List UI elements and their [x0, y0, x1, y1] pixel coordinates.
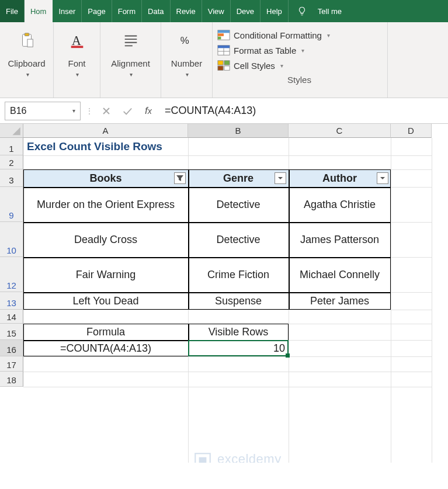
tab-file[interactable]: File [0, 0, 25, 22]
svg-rect-4 [71, 46, 83, 48]
tellme-icon [297, 0, 307, 22]
row-header-14[interactable]: 14 [0, 310, 23, 324]
row-header-9[interactable]: 9 [0, 187, 23, 222]
row-header-16[interactable]: 16 [0, 340, 23, 356]
tab-review[interactable]: Revie [171, 0, 202, 22]
ribbon-body: Clipboard▾ A Font▾ Alignment▾ % Number▾ … [0, 22, 448, 98]
worksheet-grid[interactable]: ABCD 12391012131415161718 Excel Count Vi… [0, 124, 448, 463]
tab-data[interactable]: Data [142, 0, 170, 22]
svg-rect-17 [224, 66, 230, 70]
row-header-3[interactable]: 3 [0, 169, 23, 187]
group-alignment-label: Alignment▾ [111, 58, 150, 79]
cell-styles-button[interactable]: Cell Styles▾ [217, 60, 283, 71]
group-clipboard-label: Clipboard▾ [8, 58, 45, 79]
select-all-corner[interactable] [0, 124, 23, 138]
svg-text:A: A [71, 33, 81, 48]
svg-text:%: % [180, 35, 189, 46]
format-as-table-icon [217, 44, 230, 56]
alignment-icon [122, 26, 140, 55]
col-header-A[interactable]: A [23, 124, 188, 138]
svg-rect-15 [224, 61, 230, 65]
tab-insert[interactable]: Inser [53, 0, 82, 22]
row-header-13[interactable]: 13 [0, 292, 23, 310]
conditional-formatting-icon [217, 29, 230, 41]
svg-rect-20 [199, 457, 207, 463]
col-header-C[interactable]: C [289, 124, 391, 138]
svg-marker-18 [12, 127, 20, 135]
svg-rect-16 [218, 66, 223, 70]
cell-styles-icon [217, 60, 230, 71]
group-font[interactable]: A Font▾ [54, 22, 100, 98]
tab-tellme[interactable]: Tell me [312, 0, 348, 22]
tab-page-layout[interactable]: Page [82, 0, 112, 22]
table-border [23, 169, 391, 310]
formula-input[interactable]: =COUNTA(A4:A13) [161, 102, 443, 120]
tab-help[interactable]: Help [261, 0, 289, 22]
col-header-B[interactable]: B [188, 124, 289, 138]
ribbon-tabs: File Hom Inser Page Form Data Revie View… [0, 0, 448, 22]
sheet-title[interactable]: Excel Count Visible Rows [23, 138, 257, 155]
group-number[interactable]: % Number▾ [161, 22, 213, 98]
name-box[interactable]: B16 ▾ [5, 102, 81, 120]
enter-formula-button[interactable] [119, 103, 136, 119]
col-header-D[interactable]: D [391, 124, 432, 138]
group-font-label: Font▾ [68, 58, 85, 79]
row-header-1[interactable]: 1 [0, 138, 23, 155]
cancel-formula-button[interactable] [98, 103, 114, 119]
number-icon: % [178, 26, 196, 55]
svg-rect-2 [27, 39, 32, 47]
tab-home[interactable]: Hom [25, 0, 53, 22]
svg-rect-1 [25, 33, 29, 36]
group-styles: Conditional Formatting▾ Format as Table▾… [213, 22, 388, 98]
row-header-15[interactable]: 15 [0, 324, 23, 340]
svg-rect-11 [218, 46, 230, 48]
svg-rect-7 [218, 30, 230, 33]
watermark: exceldemyEXCEL · DATA · AI [193, 451, 290, 463]
group-number-label: Number▾ [171, 58, 202, 79]
fbar-separator: ⋮ [85, 106, 93, 116]
font-icon: A [68, 26, 86, 55]
tab-view[interactable]: View [202, 0, 231, 22]
format-as-table-button[interactable]: Format as Table▾ [217, 44, 304, 56]
tab-developer[interactable]: Deve [231, 0, 261, 22]
formula-bar: B16 ▾ ⋮ fx =COUNTA(A4:A13) [0, 98, 448, 124]
row-header-10[interactable]: 10 [0, 222, 23, 257]
group-alignment[interactable]: Alignment▾ [100, 22, 161, 98]
tab-formulas[interactable]: Form [112, 0, 142, 22]
conditional-formatting-button[interactable]: Conditional Formatting▾ [217, 29, 330, 41]
group-clipboard[interactable]: Clipboard▾ [0, 22, 54, 98]
insert-function-button[interactable]: fx [140, 103, 157, 119]
row-header-17[interactable]: 17 [0, 356, 23, 372]
svg-rect-9 [218, 37, 221, 40]
svg-rect-8 [218, 33, 224, 36]
row-header-2[interactable]: 2 [0, 155, 23, 169]
svg-rect-14 [218, 61, 223, 65]
group-styles-label: Styles [216, 75, 383, 87]
row-header-12[interactable]: 12 [0, 257, 23, 292]
row-header-18[interactable]: 18 [0, 372, 23, 387]
namebox-dropdown-icon[interactable]: ▾ [72, 107, 75, 114]
clipboard-icon [18, 26, 36, 55]
